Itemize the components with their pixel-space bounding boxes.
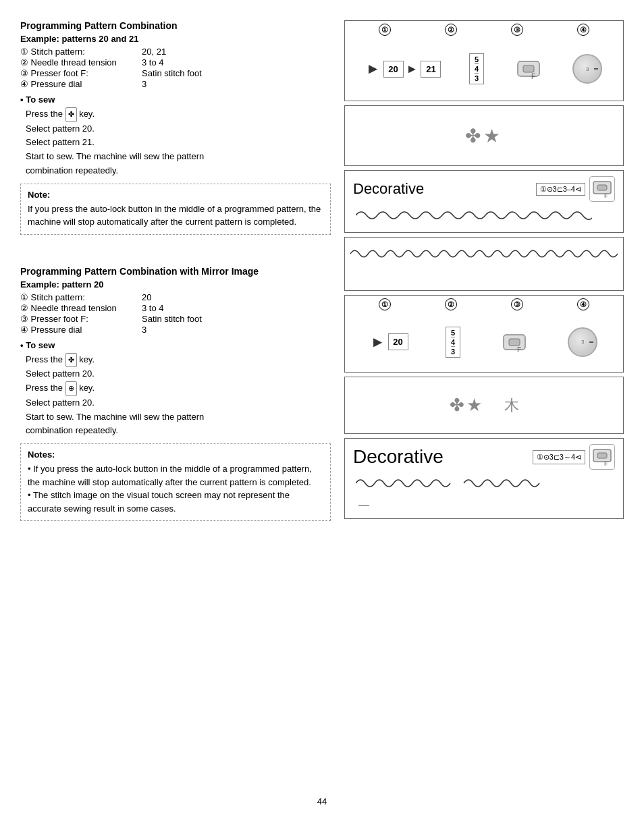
left-column: Programming Pattern Combination Example:…	[20, 20, 331, 793]
notes-text-2: • If you press the auto-lock button in t…	[28, 462, 323, 515]
decorative-box-2: Decorative ①⊙3⊏3～4⊲ F	[344, 438, 624, 519]
machine-display-2: ✤★ 木	[344, 377, 624, 434]
pressure-dial-icon-2: 3	[568, 327, 597, 357]
key-icon-3: ⊕	[65, 381, 77, 396]
wave-svg-1	[350, 244, 618, 263]
decorative-header-2: Decorative ①⊙3⊏3～4⊲ F	[353, 444, 615, 470]
svg-rect-7	[509, 339, 520, 346]
to-sew-text-2: Press the ✤ key. Select pattern 20. Pres…	[20, 353, 331, 438]
decorative-controls-2: ①⊙3⊏3～4⊲ F	[533, 444, 615, 470]
spec-row-2-1: ① Stitch pattern: 20	[20, 292, 331, 302]
svg-rect-10	[597, 453, 607, 458]
decorative-controls-1: ①⊙3⊏3–4⊲ F	[536, 176, 615, 202]
stitch-20-2: 20	[388, 333, 408, 350]
diagram-content-1: ① ② ③ ④ ► 20 ► 21 5	[345, 21, 623, 101]
spec-row-2: ② Needle thread tension 3 to 4	[20, 57, 331, 67]
control-display-2: ①⊙3⊏3～4⊲	[533, 450, 585, 464]
pressure-dial-icon-1: 3	[572, 54, 602, 84]
to-sew-section-2: • To sew Press the ✤ key. Select pattern…	[20, 340, 331, 438]
diagram-box-2: ① ② ③ ④ ► 20 5 4 3	[344, 295, 624, 373]
page-number: 44	[317, 796, 327, 807]
circled-4: ④	[577, 24, 589, 36]
circled-2-2: ②	[445, 298, 457, 310]
section1-subtitle: Example: patterns 20 and 21	[20, 34, 331, 44]
foot-icon-1: F	[589, 176, 615, 202]
tension-display-2: 5 4 3	[446, 327, 460, 358]
content-row-2: ► 20 5 4 3	[345, 312, 623, 372]
machine-icon-1: ✤★	[465, 125, 503, 147]
spec-row-4: ④ Pressure dial 3	[20, 79, 331, 89]
spec-row-2-4: ④ Pressure dial 3	[20, 325, 331, 335]
spacer-1	[20, 246, 331, 266]
section2-title: Programming Pattern Combination with Mir…	[20, 266, 331, 277]
circled-2-4: ④	[577, 298, 589, 310]
stitch-wave-1	[353, 206, 615, 227]
note-box-1: Note: If you press the auto-lock button …	[20, 184, 331, 235]
diagram-content-2: ① ② ③ ④ ► 20 5 4 3	[345, 296, 623, 372]
to-sew-title-2: • To sew	[20, 340, 331, 350]
panel-patterns: ► 20 ► 21	[366, 60, 441, 78]
spec-list-2: ① Stitch pattern: 20 ② Needle thread ten…	[20, 292, 331, 335]
note-title-1: Note:	[28, 190, 323, 200]
decorative-dash: —	[353, 499, 615, 511]
arrow-2: ►	[406, 62, 419, 76]
panel-presser-foot-2: F	[498, 329, 531, 355]
panel-pressure-dial: 3	[572, 54, 602, 84]
diagram-box-1: ① ② ③ ④ ► 20 ► 21 5	[344, 20, 624, 101]
decorative-title-1: Decorative	[353, 180, 424, 198]
right-column: ① ② ③ ④ ► 20 ► 21 5	[344, 20, 624, 793]
machine-icon-2b: 木	[504, 395, 519, 416]
num-row-2: ① ② ③ ④	[345, 296, 623, 312]
section2-subtitle: Example: pattern 20	[20, 279, 331, 290]
presser-foot-icon-2: F	[498, 329, 531, 355]
section-mirror-image: Programming Pattern Combination with Mir…	[20, 266, 331, 521]
to-sew-text-1: Press the ✤ key. Select pattern 20. Sele…	[20, 107, 331, 178]
panel-patterns-2: ► 20	[371, 333, 408, 351]
circled-2-3: ③	[511, 298, 523, 310]
key-icon-1: ✤	[65, 107, 77, 122]
panel-tension-2: 5 4 3	[446, 327, 460, 358]
arrow-3: ►	[371, 333, 385, 351]
arrow-1: ►	[366, 60, 381, 78]
page: Programming Pattern Combination Example:…	[0, 0, 644, 820]
spec-list-1: ① Stitch pattern: 20, 21 ② Needle thread…	[20, 47, 331, 89]
circled-2-1: ①	[379, 298, 391, 310]
decorative-box-1: Decorative ①⊙3⊏3–4⊲ F	[344, 170, 624, 233]
wave-section-1	[344, 237, 624, 291]
decorative-header-1: Decorative ①⊙3⊏3–4⊲ F	[353, 176, 615, 202]
notes-title-2: Notes:	[28, 449, 323, 460]
section1-title: Programming Pattern Combination	[20, 20, 331, 31]
circled-1: ①	[379, 24, 391, 36]
spec-row-1: ① Stitch pattern: 20, 21	[20, 47, 331, 57]
tension-display-1: 5 4 3	[469, 53, 484, 84]
svg-text:F: F	[531, 73, 535, 80]
spec-row-3: ③ Presser foot F: Satin stitch foot	[20, 68, 331, 78]
stitch-20: 20	[383, 61, 404, 78]
svg-rect-4	[597, 185, 607, 190]
dial-notch-2	[589, 341, 593, 343]
spec-row-2-2: ② Needle thread tension 3 to 4	[20, 303, 331, 313]
panel-tension: 5 4 3	[469, 53, 484, 84]
section-programming-pattern: Programming Pattern Combination Example:…	[20, 20, 331, 235]
machine-icon-2a: ✤★	[450, 395, 484, 416]
num-row-1: ① ② ③ ④	[345, 21, 623, 37]
presser-foot-icon-1: F	[512, 56, 545, 82]
svg-text:F: F	[604, 192, 608, 199]
circled-2: ②	[445, 24, 457, 36]
svg-text:F: F	[604, 460, 608, 467]
panel-pressure-dial-2: 3	[568, 327, 597, 357]
spec-row-2-3: ③ Presser foot F: Satin stitch foot	[20, 314, 331, 324]
dial-notch-1	[594, 68, 598, 70]
svg-rect-1	[523, 65, 534, 72]
circled-3: ③	[511, 24, 523, 36]
key-icon-2: ✤	[65, 353, 77, 368]
svg-text:F: F	[517, 346, 521, 354]
decorative-title-2: Decorative	[353, 446, 444, 468]
note-box-2: Notes: • If you press the auto-lock butt…	[20, 443, 331, 521]
stitch-21: 21	[421, 61, 441, 78]
control-display-1: ①⊙3⊏3–4⊲	[536, 183, 585, 196]
to-sew-title-1: • To sew	[20, 94, 331, 105]
to-sew-section-1: • To sew Press the ✤ key. Select pattern…	[20, 94, 331, 178]
stitch-wave-2	[353, 474, 615, 495]
note-text-1: If you press the auto-lock button in the…	[28, 202, 323, 229]
